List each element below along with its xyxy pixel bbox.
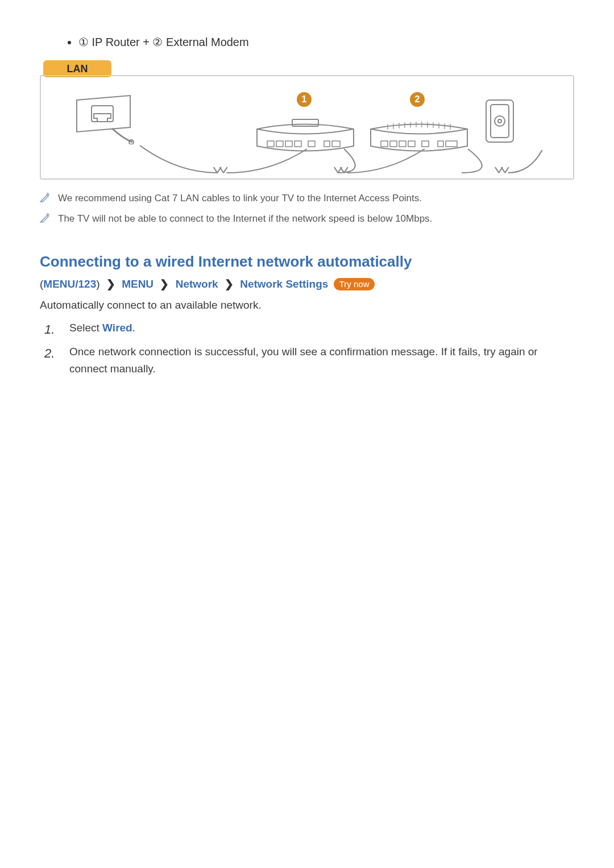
tv-lan-port-icon xyxy=(72,93,135,144)
config-bullet-list: ① IP Router + ② External Modem xyxy=(40,35,574,49)
lan-diagram: LAN xyxy=(40,60,574,180)
step-1-suffix: . xyxy=(132,322,135,334)
page: ① IP Router + ② External Modem LAN xyxy=(0,0,614,868)
bullet-text-2: External Modem xyxy=(163,36,248,48)
note-2-text: The TV will not be able to connect to th… xyxy=(58,211,432,226)
section-heading: Connecting to a wired Internet network a… xyxy=(40,253,574,271)
wall-jack-icon xyxy=(484,98,515,144)
pencil-icon xyxy=(40,213,50,223)
step-2: Once network connection is successful, y… xyxy=(63,343,574,378)
chevron-right-icon: ❯ xyxy=(221,277,237,290)
intro-text: Automatically connect to an available ne… xyxy=(40,297,574,314)
bc-network[interactable]: Network xyxy=(176,278,218,290)
svg-point-31 xyxy=(495,116,505,126)
step-1-prefix: Select xyxy=(69,322,102,334)
svg-rect-2 xyxy=(292,119,318,126)
cable-lines-icon xyxy=(41,144,573,178)
circled-1: ① xyxy=(78,35,89,49)
note-1: We recommend using Cat 7 LAN cables to l… xyxy=(40,191,574,206)
config-bullet-item: ① IP Router + ② External Modem xyxy=(78,35,574,49)
bc-menu[interactable]: MENU xyxy=(122,278,154,290)
bc-menu123[interactable]: MENU/123 xyxy=(43,278,96,290)
bc-paren-close: ) xyxy=(96,278,99,290)
menu-breadcrumb: (MENU/123) ❯ MENU ❯ Network ❯ Network Se… xyxy=(40,277,574,290)
svg-rect-30 xyxy=(491,105,509,138)
step-1-keyword: Wired xyxy=(102,322,132,334)
bc-network-settings[interactable]: Network Settings xyxy=(240,278,328,290)
steps-list: Select Wired. Once network connection is… xyxy=(40,319,574,378)
pencil-icon xyxy=(40,192,50,202)
callout-1: 1 xyxy=(297,92,312,107)
note-2: The TV will not be able to connect to th… xyxy=(40,211,574,226)
try-now-pill[interactable]: Try now xyxy=(334,278,375,290)
circled-2: ② xyxy=(152,35,163,49)
callout-2: 2 xyxy=(410,92,425,107)
svg-point-32 xyxy=(498,119,501,123)
note-1-text: We recommend using Cat 7 LAN cables to l… xyxy=(58,191,422,206)
diagram-box: 1 2 xyxy=(40,75,574,180)
chevron-right-icon: ❯ xyxy=(156,277,172,290)
bullet-text-1: IP Router + xyxy=(89,36,152,48)
chevron-right-icon: ❯ xyxy=(103,277,119,290)
step-1: Select Wired. xyxy=(63,319,574,337)
